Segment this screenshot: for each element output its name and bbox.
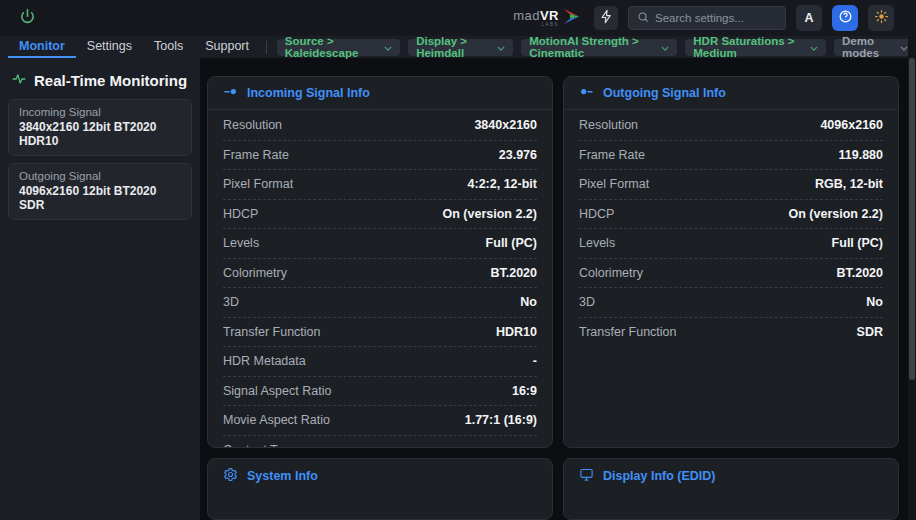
row-value: 23.976 (499, 148, 537, 162)
chip-label: MotionAI Strength > Cinematic (529, 35, 656, 59)
row-value: HDR10 (496, 325, 537, 339)
lightning-icon (599, 9, 614, 28)
tab[interactable]: Tools (143, 36, 194, 58)
info-row: 3D No (223, 288, 537, 318)
nav-divider (266, 41, 267, 54)
row-value: 4096x2160 (820, 118, 883, 132)
signal-out-icon (579, 84, 594, 102)
question-icon (838, 9, 853, 28)
info-row: 3D No (579, 288, 883, 318)
setting-chip[interactable]: MotionAI Strength > Cinematic (521, 39, 677, 56)
activity-pulse-icon (12, 72, 26, 89)
sidebar-title-label: Real-Time Monitoring (34, 72, 187, 89)
info-row: HDR Metadata - (223, 347, 537, 377)
incoming-panel-title: Incoming Signal Info (247, 86, 370, 100)
row-value: No (866, 295, 883, 309)
tab[interactable]: Settings (76, 36, 143, 58)
row-value: No (520, 295, 537, 309)
search-icon (637, 9, 649, 27)
row-value: 4:2:2, 12-bit (468, 177, 537, 191)
row-value: 16:9 (512, 384, 537, 398)
tab-list: Monitor Settings Tools Support (8, 36, 260, 58)
display-info-panel: Display Info (EDID) (563, 458, 899, 520)
info-row: Signal Aspect Ratio 16:9 (223, 377, 537, 407)
setting-chip[interactable]: HDR Saturations > Medium (685, 39, 826, 56)
help-button[interactable] (832, 5, 858, 31)
incoming-signal-panel: Incoming Signal Info Resolution 3840x216… (207, 76, 553, 448)
tab[interactable]: Monitor (8, 36, 76, 58)
chevron-down-icon (810, 41, 818, 53)
logo-labs: LABS (541, 23, 559, 28)
info-row: Levels Full (PC) (223, 229, 537, 259)
info-row: Movie Aspect Ratio 1.77:1 (16:9) (223, 406, 537, 436)
signal-card-list: Incoming Signal 3840x2160 12bit BT2020 H… (0, 99, 200, 220)
top-bar: madVR LABS A (0, 0, 916, 36)
outgoing-signal-panel: Outgoing Signal Info Resolution 4096x216… (563, 76, 899, 448)
brightness-button[interactable] (868, 5, 894, 31)
signal-card-title: Incoming Signal (19, 106, 181, 118)
row-label: HDCP (579, 207, 614, 221)
row-label: Frame Rate (579, 148, 645, 162)
row-label: HDR Metadata (223, 354, 306, 368)
row-label: Transfer Function (223, 325, 321, 339)
flash-button[interactable] (594, 6, 618, 30)
chip-label: HDR Saturations > Medium (693, 35, 805, 59)
font-size-button[interactable]: A (796, 5, 822, 31)
info-row: HDCP On (version 2.2) (579, 200, 883, 230)
info-row: Content Type - (223, 436, 537, 449)
row-label: HDCP (223, 207, 258, 221)
sidebar: Real-Time Monitoring Incoming Signal 384… (0, 58, 200, 520)
signal-card[interactable]: Incoming Signal 3840x2160 12bit BT2020 H… (8, 99, 192, 156)
gear-icon (223, 467, 238, 485)
tab[interactable]: Support (194, 36, 260, 58)
row-label: 3D (223, 295, 239, 309)
chevron-down-icon (900, 41, 908, 53)
row-label: 3D (579, 295, 595, 309)
main-area: Real-Time Monitoring Incoming Signal 384… (0, 58, 916, 520)
sun-icon (874, 9, 889, 28)
row-value: 1.77:1 (16:9) (465, 413, 537, 427)
row-value: BT.2020 (490, 266, 537, 280)
setting-chip[interactable]: Source > Kaleidescape (277, 39, 400, 56)
setting-chip[interactable]: Demo modes (834, 39, 916, 56)
row-label: Frame Rate (223, 148, 289, 162)
row-value: Full (PC) (486, 236, 537, 250)
row-value: Full (PC) (832, 236, 883, 250)
signal-card[interactable]: Outgoing Signal 4096x2160 12bit BT2020 S… (8, 163, 192, 220)
setting-chip[interactable]: Display > Heimdall (408, 39, 513, 56)
row-label: Levels (579, 236, 615, 250)
info-row: Transfer Function SDR (579, 318, 883, 348)
scrollbar-thumb[interactable] (909, 58, 915, 380)
logo-arrow-icon (563, 9, 580, 28)
chip-label: Demo modes (842, 35, 895, 59)
row-label: Transfer Function (579, 325, 677, 339)
logo-mad: mad (513, 9, 540, 22)
madvr-logo: madVR LABS (513, 9, 580, 28)
content-grid: Incoming Signal Info Resolution 3840x216… (200, 58, 916, 520)
info-row: Levels Full (PC) (579, 229, 883, 259)
sidebar-title: Real-Time Monitoring (0, 70, 200, 99)
search-input[interactable] (655, 12, 777, 24)
chip-label: Source > Kaleidescape (285, 35, 379, 59)
row-value: On (version 2.2) (443, 207, 537, 221)
info-row: Transfer Function HDR10 (223, 318, 537, 348)
row-value: BT.2020 (836, 266, 883, 280)
row-label: Colorimetry (223, 266, 287, 280)
power-button[interactable] (14, 5, 40, 31)
row-value: 3840x2160 (474, 118, 537, 132)
logo-vr: VR (540, 9, 559, 22)
row-value: RGB, 12-bit (815, 177, 883, 191)
outgoing-panel-header: Outgoing Signal Info (564, 77, 898, 110)
row-value: 119.880 (839, 148, 884, 162)
signal-in-icon (223, 84, 238, 102)
system-info-panel: System Info (207, 458, 553, 520)
nav-bar: Monitor Settings Tools Support Source > … (0, 36, 916, 58)
vertical-scrollbar[interactable] (908, 36, 916, 520)
info-row: Pixel Format 4:2:2, 12-bit (223, 170, 537, 200)
search-box (628, 6, 786, 30)
row-label: Levels (223, 236, 259, 250)
system-info-title: System Info (247, 469, 318, 483)
app-window: madVR LABS A (0, 0, 916, 520)
system-info-header: System Info (208, 459, 552, 492)
chevron-down-icon (497, 41, 505, 53)
